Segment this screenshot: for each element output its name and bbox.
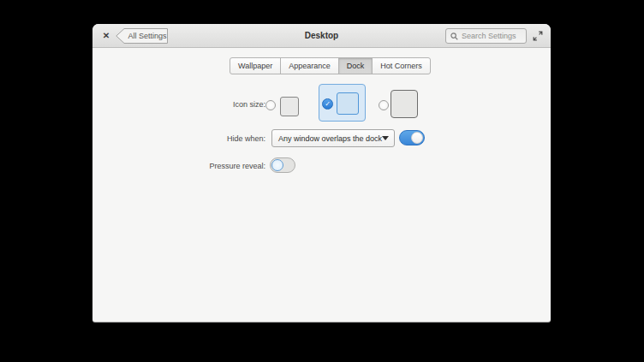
icon-size-label: Icon size:	[127, 100, 265, 109]
back-button-label: All Settings	[127, 28, 168, 44]
icon-size-small-radio[interactable]	[265, 100, 276, 110]
settings-window: ✕ All Settings Desktop Wallpaper Appeara…	[92, 24, 551, 322]
tab-dock[interactable]: Dock	[338, 57, 373, 74]
check-icon: ✓	[325, 100, 331, 108]
search-field[interactable]	[462, 32, 522, 40]
pressure-reveal-label: Pressure reveal:	[127, 162, 265, 170]
tab-appearance[interactable]: Appearance	[280, 57, 339, 74]
search-icon	[450, 33, 458, 40]
tab-hot-corners[interactable]: Hot Corners	[372, 57, 431, 74]
icon-size-large-radio[interactable]	[379, 100, 389, 110]
hide-when-dropdown[interactable]: Any window overlaps the dock	[271, 129, 395, 147]
all-settings-back-button[interactable]: All Settings	[116, 28, 169, 44]
header-bar: ✕ All Settings Desktop	[92, 24, 551, 48]
hide-when-selected-value: Any window overlaps the dock	[278, 134, 382, 143]
icon-size-medium-option[interactable]: ✓	[319, 84, 366, 122]
icon-size-small-preview[interactable]	[280, 97, 299, 116]
tab-wallpaper[interactable]: Wallpaper	[230, 57, 281, 74]
icon-size-large-preview[interactable]	[391, 90, 418, 118]
dropdown-arrow-icon	[382, 136, 389, 140]
hide-when-label: Hide when:	[127, 134, 265, 143]
category-tabs: Wallpaper Appearance Dock Hot Corners	[230, 57, 431, 74]
page-title: Desktop	[195, 24, 448, 48]
toggle-knob	[271, 159, 283, 171]
icon-size-medium-preview[interactable]	[337, 92, 359, 115]
icon-size-medium-radio[interactable]: ✓	[322, 98, 333, 110]
search-input[interactable]	[445, 28, 527, 44]
toggle-knob	[411, 132, 423, 144]
resize-diagonal-icon[interactable]	[533, 31, 543, 41]
hide-when-toggle[interactable]	[399, 130, 425, 145]
close-icon[interactable]: ✕	[101, 31, 111, 41]
pressure-reveal-toggle[interactable]	[270, 157, 295, 173]
